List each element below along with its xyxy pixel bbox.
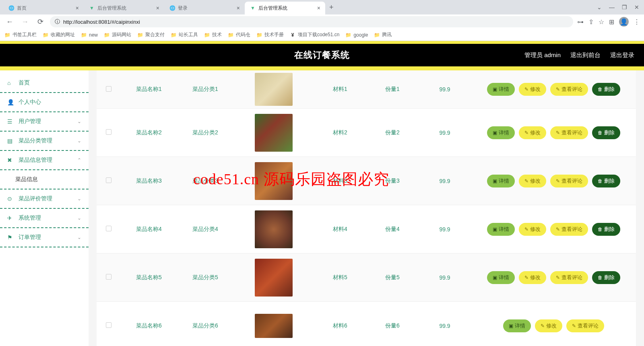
view-comments-button[interactable]: ✎ 查看评论 xyxy=(566,319,604,332)
dish-material: 材料6 xyxy=(314,320,366,332)
comment-icon: ✎ xyxy=(556,86,560,92)
tab-title: 后台管理系统 xyxy=(258,5,315,12)
forward-button[interactable]: → xyxy=(19,16,31,27)
detail-icon: ▣ xyxy=(509,323,513,329)
back-button[interactable]: ← xyxy=(4,16,15,27)
close-tab-icon[interactable]: × xyxy=(76,5,79,11)
detail-button[interactable]: ▣ 详情 xyxy=(487,175,515,187)
bookmark-item[interactable]: 📁腾讯 xyxy=(374,31,392,38)
row-checkbox[interactable] xyxy=(106,129,111,135)
profile-avatar[interactable]: 👤 xyxy=(619,17,629,27)
edit-button[interactable]: ✎ 修改 xyxy=(519,271,546,284)
folder-icon: 📁 xyxy=(4,32,10,38)
logout-link[interactable]: 退出登录 xyxy=(610,51,634,59)
view-comments-button[interactable]: ✎ 查看评论 xyxy=(550,126,588,139)
browser-tab[interactable]: ▼后台管理系统× xyxy=(245,2,325,14)
row-checkbox[interactable] xyxy=(106,177,111,183)
window-controls: ⌄ — ❐ ✕ xyxy=(597,4,644,10)
sidebar-item-main[interactable]: ⊙菜品评价管理⌄ xyxy=(0,189,89,209)
dish-category: 菜品分类4 xyxy=(177,223,233,235)
detail-button[interactable]: ▣ 详情 xyxy=(503,319,531,332)
delete-button[interactable]: 🗑 删除 xyxy=(592,223,620,236)
view-comments-button[interactable]: ✎ 查看评论 xyxy=(550,271,588,284)
row-checkbox[interactable] xyxy=(106,86,111,92)
browser-tab[interactable]: 🌐首页× xyxy=(3,2,84,14)
sidebar-item-main[interactable]: ☰用户管理⌄ xyxy=(0,112,89,132)
sidebar-item-main[interactable]: 👤个人中心 xyxy=(0,93,89,112)
chevron-up-icon: ⌃ xyxy=(77,157,81,163)
detail-button[interactable]: ▣ 详情 xyxy=(487,83,515,96)
sidebar-item-main[interactable]: ⌂首页 xyxy=(0,74,89,93)
detail-icon: ▣ xyxy=(493,86,497,92)
bookmark-item[interactable]: 📁new xyxy=(80,32,98,38)
bookmark-star-icon[interactable]: ☆ xyxy=(599,18,604,26)
view-comments-button[interactable]: ✎ 查看评论 xyxy=(550,223,588,236)
view-comments-button[interactable]: ✎ 查看评论 xyxy=(550,175,588,187)
users-icon: ☰ xyxy=(7,118,14,125)
detail-button[interactable]: ▣ 详情 xyxy=(487,126,515,139)
share-icon[interactable]: ⇪ xyxy=(588,18,594,26)
edit-button[interactable]: ✎ 修改 xyxy=(519,223,546,236)
bookmark-item[interactable]: 📁书签工具栏 xyxy=(4,31,37,38)
sidebar-item-main[interactable]: ▤菜品分类管理⌄ xyxy=(0,132,89,151)
edit-button[interactable]: ✎ 修改 xyxy=(519,83,546,96)
exit-to-front-link[interactable]: 退出到前台 xyxy=(570,51,601,59)
bookmark-item[interactable]: 📁聚合支付 xyxy=(137,31,165,38)
app-title: 在线订餐系统 xyxy=(294,49,350,61)
close-tab-icon[interactable]: × xyxy=(317,5,320,11)
url-input[interactable]: ⓘ http://localhost:8081/#/caipinxinxi xyxy=(50,16,573,27)
dish-portion: 份量1 xyxy=(366,83,419,95)
close-tab-icon[interactable]: × xyxy=(237,5,240,11)
close-window-icon[interactable]: ✕ xyxy=(634,4,639,10)
minimize-icon[interactable]: — xyxy=(609,4,615,10)
bookmark-item[interactable]: 📁代码仓 xyxy=(227,31,250,38)
site-info-icon[interactable]: ⓘ xyxy=(55,18,60,25)
delete-button[interactable]: 🗑 删除 xyxy=(592,126,620,139)
view-comments-button[interactable]: ✎ 查看评论 xyxy=(550,83,588,96)
new-tab-button[interactable]: + xyxy=(325,3,338,12)
menu-label: 用户管理 xyxy=(19,118,41,125)
dish-category: 菜品分类6 xyxy=(177,320,233,332)
edit-button[interactable]: ✎ 修改 xyxy=(535,319,562,332)
menu-label: 菜品分类管理 xyxy=(19,137,52,144)
bookmark-item[interactable]: ¥项目下载code51.cn xyxy=(289,31,339,38)
chevron-down-icon: ⌄ xyxy=(77,138,81,144)
admin-label[interactable]: 管理员 admin xyxy=(524,51,561,59)
detail-button[interactable]: ▣ 详情 xyxy=(487,271,515,284)
sidebar-item-main[interactable]: ✖菜品信息管理⌃ xyxy=(0,151,89,170)
reload-button[interactable]: ⟳ xyxy=(35,16,46,27)
window-dropdown-icon[interactable]: ⌄ xyxy=(597,4,602,10)
delete-button[interactable]: 🗑 删除 xyxy=(592,175,620,187)
row-checkbox[interactable] xyxy=(106,274,111,280)
dish-name: 菜品名称2 xyxy=(121,127,177,139)
menu-dots-icon[interactable]: ⋮ xyxy=(634,18,640,26)
detail-button[interactable]: ▣ 详情 xyxy=(487,223,515,236)
row-checkbox[interactable] xyxy=(106,322,111,328)
password-key-icon[interactable]: ⊶ xyxy=(577,18,584,26)
bookmark-item[interactable]: 📁google xyxy=(345,32,368,38)
extensions-icon[interactable]: ⊞ xyxy=(609,18,614,26)
close-tab-icon[interactable]: × xyxy=(156,5,159,11)
data-table: 菜品名称1 菜品分类1 材料1 份量1 99.9 ▣ 详情 ✎ 修改 ✎ 查看评… xyxy=(97,70,636,346)
browser-tab[interactable]: ▼后台管理系统× xyxy=(84,2,164,14)
sidebar-item-main[interactable]: ✈系统管理⌄ xyxy=(0,209,89,228)
dish-name: 菜品名称4 xyxy=(121,223,177,235)
maximize-icon[interactable]: ❐ xyxy=(622,4,627,10)
edit-button[interactable]: ✎ 修改 xyxy=(519,126,546,139)
sidebar-item-sub[interactable]: 菜品信息 xyxy=(0,170,89,189)
bookmark-item[interactable]: 📁技术手册 xyxy=(256,31,284,38)
bookmark-item[interactable]: 📁源码网站 xyxy=(103,31,131,38)
bookmark-item[interactable]: 📁技术 xyxy=(204,31,222,38)
bookmark-item[interactable]: 📁收藏的网址 xyxy=(42,31,75,38)
browser-tab[interactable]: 🌐登录× xyxy=(164,2,245,14)
delete-button[interactable]: 🗑 删除 xyxy=(592,83,620,96)
delete-button[interactable]: 🗑 删除 xyxy=(592,271,620,284)
tab-title: 后台管理系统 xyxy=(97,5,154,12)
sidebar-item-main[interactable]: ⚑订单管理⌄ xyxy=(0,228,89,247)
tab-title: 首页 xyxy=(17,5,73,12)
table-row: 菜品名称4 菜品分类4 材料4 份量4 99.9 ▣ 详情 ✎ 修改 ✎ 查看评… xyxy=(97,205,636,253)
edit-button[interactable]: ✎ 修改 xyxy=(519,175,546,187)
row-checkbox[interactable] xyxy=(106,226,111,231)
bookmark-item[interactable]: 📁站长工具 xyxy=(170,31,198,38)
accent-strip-bottom xyxy=(0,66,644,70)
